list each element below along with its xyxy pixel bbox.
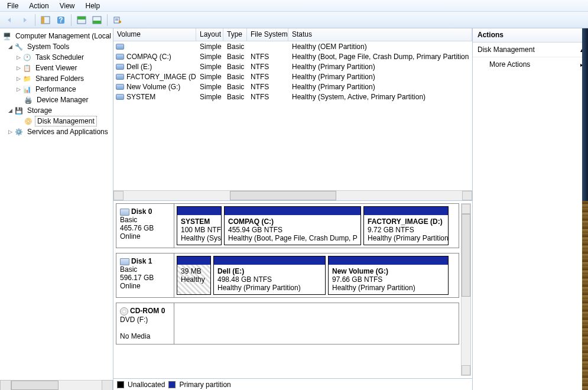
svg-point-11 [119,21,121,23]
menu-help[interactable]: Help [81,1,105,11]
partition-name: New Volume (G:) [332,267,444,275]
partition-name: COMPAQ (C:) [228,217,357,226]
volume-row[interactable]: FACTORY_IMAGE (D:)SimpleBasicNTFSHealthy… [113,72,472,82]
volume-type: Basic [223,73,247,81]
partition[interactable]: Dell (E:)498.48 GB NTFSHealthy (Primary … [213,256,326,295]
hdd-icon [120,258,129,265]
view-top-button[interactable] [74,14,89,27]
disk-type: Basic [120,265,170,274]
clock-icon: 🕐 [22,53,32,62]
partition-size: 498.48 GB NTFS [217,275,321,284]
menu-file[interactable]: File [2,1,23,11]
expand-icon[interactable]: ▷ [15,76,22,82]
col-filesystem[interactable]: File System [247,28,288,41]
tree-h-scrollbar[interactable] [0,380,113,390]
volume-layout: Simple [196,63,223,71]
partition-size: 100 MB NTF [181,226,217,234]
actions-more[interactable]: More Actions [473,57,588,72]
disk-block[interactable]: CD-ROM 0DVD (F:)No Media [116,303,459,344]
volume-row[interactable]: Dell (E:)SimpleBasicNTFSHealthy (Primary… [113,61,472,72]
tree-label: Task Scheduler [34,53,86,62]
collapse-icon[interactable]: ◢ [7,44,14,50]
volume-icon [116,84,124,90]
col-type[interactable]: Type [223,28,247,41]
expand-icon[interactable]: ▷ [15,65,22,72]
volume-row[interactable]: SimpleBasicHealthy (OEM Partition) [113,41,472,51]
volume-layout: Simple [196,43,223,51]
tree-event-viewer[interactable]: ▷📋Event Viewer [0,63,113,73]
actions-disk-management[interactable]: Disk Management [473,43,588,57]
volume-icon [116,74,124,80]
services-icon: ⚙️ [14,127,24,136]
tree-disk-management[interactable]: 📀Disk Management [0,116,113,126]
disk-mgmt-icon: 📀 [24,116,33,126]
partition[interactable]: FACTORY_IMAGE (D:)9.72 GB NTFSHealthy (P… [363,206,449,245]
svg-rect-1 [41,17,44,24]
expand-icon[interactable]: ▷ [15,86,22,93]
hdd-icon [120,209,129,216]
volume-type: Basic [223,43,247,51]
actions-more-label: More Actions [489,60,530,69]
expand-icon[interactable]: ▷ [15,54,22,61]
menu-view[interactable]: View [55,1,80,11]
tree-task-scheduler[interactable]: ▷🕐Task Scheduler [0,52,113,63]
view-bottom-button[interactable] [90,14,104,27]
col-status[interactable]: Status [288,28,472,41]
partition-status: Healthy [181,275,207,284]
volume-status: Healthy (Primary Partition) [288,73,472,81]
collapse-icon[interactable]: ◢ [7,108,14,114]
partition-status: Healthy (Primary Partition) [217,284,321,292]
disk-block[interactable]: Disk 0Basic465.76 GBOnlineSYSTEM100 MB N… [116,203,459,248]
volume-row[interactable]: COMPAQ (C:)SimpleBasicNTFSHealthy (Boot,… [113,51,472,61]
actions-title-label: Disk Management [477,46,535,54]
col-layout[interactable]: Layout [196,28,223,41]
partition-stripe [177,256,210,265]
partition[interactable]: New Volume (G:)97.66 GB NTFSHealthy (Pri… [328,256,449,295]
volume-row[interactable]: New Volume (G:)SimpleBasicNTFSHealthy (P… [113,82,472,92]
tree-shared-folders[interactable]: ▷📁Shared Folders [0,73,113,84]
volume-icon [116,44,124,50]
volume-row[interactable]: SYSTEMSimpleBasicNTFSHealthy (System, Ac… [113,92,472,102]
partition-stripe [329,256,448,265]
partition[interactable]: COMPAQ (C:)455.94 GB NTFSHealthy (Boot, … [224,206,361,245]
partition-stripe [214,256,325,265]
settings-button[interactable] [111,14,125,27]
volume-fs: NTFS [247,53,288,61]
tree-services[interactable]: ▷⚙️Services and Applications [0,126,113,137]
expand-icon[interactable]: ▷ [7,129,14,135]
volume-layout: Simple [196,53,223,61]
tree-root[interactable]: 🖥️Computer Management (Local [0,31,113,41]
svg-rect-5 [77,17,86,20]
partition-status: Healthy (Primary Partition) [332,284,444,292]
volume-fs: NTFS [247,93,288,101]
disk-size: 465.76 GB [120,224,170,232]
volume-list: Volume Layout Type File System Status Si… [113,28,472,201]
menu-action[interactable]: Action [24,1,53,11]
show-hide-tree-button[interactable] [38,14,53,27]
partition-stripe [177,207,221,215]
volume-h-scrollbar[interactable] [113,190,472,200]
partition-status: Healthy (Sys [181,234,217,242]
disk-v-scrollbar[interactable] [461,203,471,376]
tree-device-manager[interactable]: 🖨️Device Manager [0,95,113,105]
disk-type: DVD (F:) [120,316,170,324]
tree-panel: 🖥️Computer Management (Local ◢🔧System To… [0,28,113,390]
volume-icon [116,64,124,70]
partition[interactable]: SYSTEM100 MB NTFHealthy (Sys [177,206,222,245]
partition-status: Healthy (Primary Partition) [368,234,444,242]
tree-performance[interactable]: ▷📊Performance [0,84,113,95]
partition-stripe [364,207,448,215]
tree-label: Storage [25,106,54,115]
partition[interactable]: 39 MBHealthy [177,256,211,295]
help-button[interactable]: ? [54,14,68,27]
disk-state: Online [120,282,170,290]
partition-stripe [225,207,360,215]
tree-storage[interactable]: ◢💾Storage [0,105,113,116]
col-volume[interactable]: Volume [113,28,196,41]
legend: Unallocated Primary partition [113,378,472,390]
disk-block[interactable]: Disk 1Basic596.17 GBOnline39 MBHealthyDe… [116,253,459,298]
volume-icon [116,54,124,60]
partition-size: 455.94 GB NTFS [228,226,357,234]
tree-system-tools[interactable]: ◢🔧System Tools [0,41,113,52]
volume-status: Healthy (Primary Partition) [288,83,472,91]
